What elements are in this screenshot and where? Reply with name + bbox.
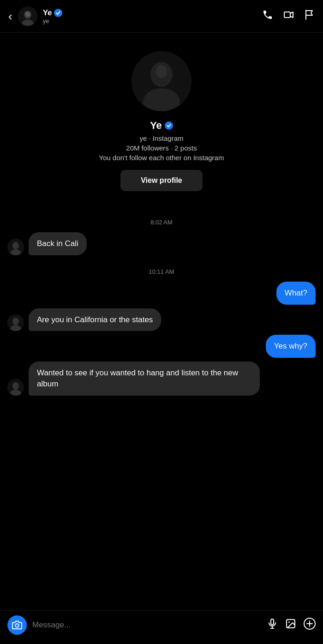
profile-avatar-large xyxy=(132,51,191,111)
header-left: ‹ Ye ye xyxy=(8,6,262,26)
message-input[interactable] xyxy=(32,620,261,630)
header-avatar[interactable] xyxy=(18,6,37,26)
back-button[interactable]: ‹ xyxy=(8,10,12,22)
svg-point-16 xyxy=(12,318,19,325)
avatar xyxy=(7,314,24,331)
flag-icon[interactable] xyxy=(305,9,315,23)
phone-icon[interactable] xyxy=(262,9,273,23)
camera-button[interactable] xyxy=(7,615,27,635)
header-name: Ye xyxy=(43,8,62,18)
message-bubble: What? xyxy=(276,282,316,305)
svg-point-10 xyxy=(156,65,167,78)
video-icon[interactable] xyxy=(283,9,294,23)
mic-icon[interactable] xyxy=(267,618,278,632)
svg-rect-22 xyxy=(271,619,274,625)
svg-point-26 xyxy=(288,621,290,623)
profile-followers: 20M followers · 2 posts xyxy=(126,144,197,152)
verified-badge-header xyxy=(54,9,62,17)
bottom-bar xyxy=(0,610,323,644)
table-row: Back in Cali xyxy=(7,232,316,255)
avatar xyxy=(7,239,24,255)
timestamp-2: 10:11 AM xyxy=(7,268,316,275)
svg-point-21 xyxy=(15,624,18,627)
message-bubble: Are you in California or the states xyxy=(29,308,161,331)
svg-point-11 xyxy=(165,121,173,130)
chat-header: ‹ Ye ye xyxy=(0,0,323,33)
image-icon[interactable] xyxy=(285,618,296,632)
table-row: Yes why? xyxy=(7,335,316,358)
svg-point-19 xyxy=(12,382,19,390)
plus-icon[interactable] xyxy=(304,618,316,632)
table-row: Are you in California or the states xyxy=(7,308,316,331)
verified-badge-profile xyxy=(165,121,173,130)
svg-point-13 xyxy=(12,242,19,249)
table-row: Wanted to see if you wanted to hang and … xyxy=(7,361,316,396)
avatar xyxy=(7,379,24,396)
profile-section: Ye ye · Instagram 20M followers · 2 post… xyxy=(0,33,323,205)
profile-name: Ye xyxy=(150,120,173,132)
svg-point-4 xyxy=(54,9,62,17)
message-bubble: Back in Cali xyxy=(29,232,87,255)
svg-point-3 xyxy=(25,12,30,17)
table-row: What? xyxy=(7,282,316,305)
message-bubble: Yes why? xyxy=(266,335,316,358)
profile-meta: ye · Instagram xyxy=(139,134,183,142)
header-info: Ye ye xyxy=(43,8,62,24)
profile-follow-status: You don't follow each other on Instagram xyxy=(99,154,224,162)
header-actions xyxy=(262,9,315,23)
bottom-actions xyxy=(267,618,316,632)
timestamp-1: 8:02 AM xyxy=(7,219,316,226)
message-bubble: Wanted to see if you wanted to hang and … xyxy=(29,361,260,396)
chat-area: 8:02 AM Back in Cali 10:11 AM What? Are … xyxy=(0,205,323,441)
view-profile-button[interactable]: View profile xyxy=(120,170,203,191)
header-username: ye xyxy=(43,18,62,24)
svg-rect-5 xyxy=(284,12,290,18)
message-input-wrap xyxy=(32,620,261,630)
